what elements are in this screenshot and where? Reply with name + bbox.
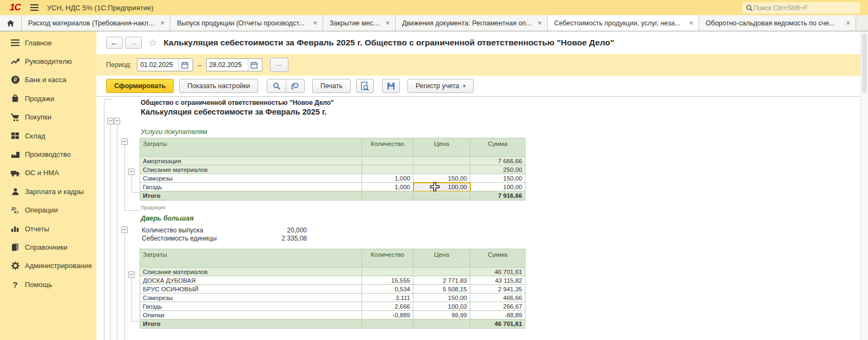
table-cell[interactable]: БРУС ОСИНОВЫЙ <box>140 285 362 294</box>
table-cell[interactable]: Итого <box>140 191 362 201</box>
generate-button[interactable]: Сформировать <box>106 79 174 93</box>
close-icon[interactable]: × <box>384 19 391 27</box>
table-cell[interactable]: 250,00 <box>470 165 525 174</box>
tab-oborotno-saldovaya[interactable]: Оборотно-сальдовая ведомость по сче... × <box>699 15 856 31</box>
table-cell[interactable]: Амортизация <box>140 157 362 165</box>
table-cell[interactable]: 99,99 <box>413 311 470 319</box>
sidebar-item-otchety[interactable]: Отчеты <box>0 219 96 238</box>
sidebar-item-sklad[interactable]: Склад <box>0 126 96 145</box>
close-icon[interactable]: × <box>845 19 851 27</box>
save-button[interactable] <box>382 79 400 93</box>
table-cell[interactable]: Опилки <box>140 311 362 319</box>
print-preview-button[interactable] <box>356 79 374 93</box>
sidebar-item-pokupki[interactable]: Покупки <box>0 108 96 126</box>
table-cell[interactable] <box>362 165 413 174</box>
table-cell[interactable]: 266,67 <box>470 302 525 311</box>
find-next-button[interactable] <box>286 79 304 92</box>
back-button[interactable]: ← <box>106 37 123 49</box>
sidebar-item-prodazhi[interactable]: Продажи <box>0 89 96 108</box>
collapse-group-button[interactable]: − <box>107 118 114 124</box>
table-cell[interactable]: 100,00 <box>470 183 525 191</box>
table-cell[interactable]: 7 666,66 <box>470 157 525 165</box>
tab-zakrytie-mesyaca[interactable]: Закрытие месяца × <box>323 15 396 31</box>
table-cell[interactable] <box>362 319 413 329</box>
sidebar-item-operacii[interactable]: ДтКт Операции <box>0 201 96 219</box>
sidebar-item-rukovoditelyu[interactable]: Руководителю <box>0 52 96 70</box>
collapse-group-button[interactable]: − <box>121 138 128 145</box>
scrollbar-thumb[interactable] <box>862 34 867 93</box>
collapse-group-button[interactable]: − <box>128 271 135 278</box>
table-cell[interactable]: 46 701,61 <box>470 319 525 329</box>
table-cell[interactable]: 2,666 <box>362 302 413 311</box>
forward-button[interactable]: → <box>125 37 142 49</box>
global-search[interactable] <box>742 2 860 14</box>
collapse-group-button[interactable]: − <box>128 169 135 175</box>
sidebar-item-zarplata-i-kadry[interactable]: Зарплата и кадры <box>0 182 96 201</box>
show-settings-button[interactable]: Показать настройки <box>179 79 258 93</box>
table-cell[interactable]: -88,89 <box>470 311 525 319</box>
table-cell[interactable] <box>362 268 413 276</box>
sidebar-item-os-i-nma[interactable]: ОС и НМА <box>0 164 96 182</box>
table-cell[interactable]: 150,00 <box>470 174 525 183</box>
table-cell[interactable] <box>362 191 413 201</box>
vertical-scrollbar[interactable] <box>860 31 868 340</box>
search-input[interactable] <box>753 4 851 12</box>
print-button[interactable]: Печать <box>312 79 351 93</box>
sidebar-item-proizvodstvo[interactable]: Производство <box>0 145 96 163</box>
table-cell[interactable]: Саморезы <box>140 174 362 183</box>
tab-raskhod-materialov[interactable]: Расход материалов (Требования-накла... × <box>22 15 170 31</box>
table-cell[interactable]: -0,889 <box>362 311 413 319</box>
table-cell[interactable]: 1,000 <box>362 183 413 191</box>
table-cell[interactable] <box>413 191 470 201</box>
tab-dvizheniya-dokumenta[interactable]: Движения документа: Регламентная оп... × <box>396 15 548 31</box>
tab-vypusk-produkcii[interactable]: Выпуск продукции (Отчеты производст... × <box>170 15 323 31</box>
period-from-field[interactable] <box>137 58 193 71</box>
table-cell[interactable]: 5 508,15 <box>413 285 470 294</box>
home-button[interactable] <box>0 15 22 31</box>
period-to-input[interactable] <box>207 61 248 69</box>
tab-sebestoimost-produkcii[interactable]: Себестоимость продукции, услуг, неза... … <box>548 15 699 31</box>
period-from-input[interactable] <box>137 61 179 69</box>
selected-cell[interactable]: 100,00 <box>413 183 470 191</box>
table-cell[interactable]: 150,00 <box>413 174 470 183</box>
table-cell[interactable]: Списание материалов <box>140 165 362 174</box>
table-cell[interactable]: Саморезы <box>140 294 362 302</box>
table-cell[interactable] <box>362 157 413 165</box>
sidebar-item-bank-i-kassa[interactable]: ₽ Банк и касса <box>0 71 96 89</box>
table-cell[interactable]: 466,66 <box>470 294 525 302</box>
table-cell[interactable]: ДОСКА ДУБОВАЯ <box>140 276 362 285</box>
table-cell[interactable]: 2 771,83 <box>413 276 470 285</box>
table-cell[interactable]: 100,03 <box>413 302 470 311</box>
table-cell[interactable]: 43 115,82 <box>470 276 525 285</box>
table-cell[interactable]: 46 701,61 <box>470 268 525 276</box>
table-cell[interactable]: Гвоздь <box>140 183 362 191</box>
calendar-icon[interactable] <box>179 59 190 71</box>
table-cell[interactable]: Списание материалов <box>140 268 362 276</box>
calendar-icon[interactable] <box>248 59 260 71</box>
sidebar-item-glavnoe[interactable]: Главное <box>0 34 96 52</box>
period-to-field[interactable] <box>206 58 262 71</box>
table-cell[interactable]: Гвоздь <box>140 302 362 311</box>
table-cell[interactable]: 2 941,35 <box>470 285 525 294</box>
collapse-group-button[interactable]: − <box>121 226 128 233</box>
main-menu-icon[interactable] <box>30 4 38 11</box>
find-button[interactable] <box>267 79 286 92</box>
table-cell[interactable]: 15,555 <box>362 276 413 285</box>
table-cell[interactable] <box>413 157 470 165</box>
table-cell[interactable]: 150,00 <box>413 294 470 302</box>
table-cell[interactable] <box>413 319 470 329</box>
table-cell[interactable]: Итого <box>140 319 362 329</box>
table-cell[interactable] <box>413 165 470 174</box>
close-icon[interactable]: × <box>312 19 318 27</box>
sidebar-item-spravochniki[interactable]: Справочники <box>0 238 96 256</box>
close-icon[interactable]: × <box>688 19 694 27</box>
register-dropdown-button[interactable]: Регистр учета▾ <box>407 79 474 93</box>
period-more-button[interactable]: ... <box>270 58 288 72</box>
favorite-star-icon[interactable]: ☆ <box>148 37 157 49</box>
table-cell[interactable]: 3,111 <box>362 294 413 302</box>
table-cell[interactable]: 7 916,66 <box>470 191 525 201</box>
close-icon[interactable]: × <box>536 19 543 27</box>
table-cell[interactable]: 0,534 <box>362 285 413 294</box>
table-cell[interactable]: 1,000 <box>362 174 413 183</box>
close-icon[interactable]: × <box>159 19 166 27</box>
